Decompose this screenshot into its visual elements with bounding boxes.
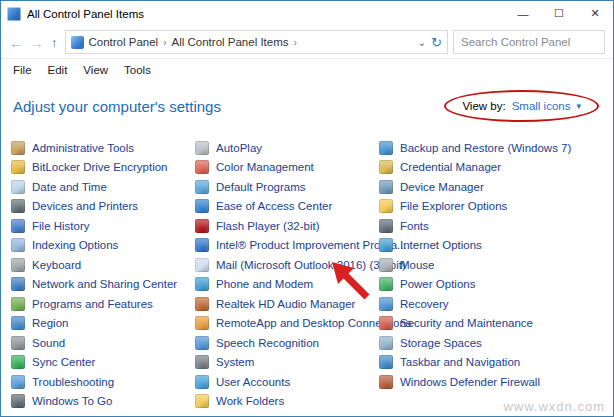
control-panel-item[interactable]: Network and Sharing Center: [11, 275, 177, 295]
item-label: Taskbar and Navigation: [400, 356, 520, 368]
item-label: Flash Player (32-bit): [216, 220, 320, 232]
control-panel-item[interactable]: Devices and Printers: [11, 197, 177, 217]
control-panel-item[interactable]: Work Folders: [195, 392, 412, 412]
item-label: Ease of Access Center: [216, 200, 332, 212]
control-panel-item[interactable]: Sync Center: [11, 353, 177, 373]
admin-tools-icon: [11, 141, 25, 155]
address-dropdown-icon[interactable]: ⌄: [418, 37, 426, 48]
keyboard-icon: [11, 258, 25, 272]
search-box[interactable]: [453, 30, 605, 54]
minimize-button[interactable]: —: [505, 1, 541, 26]
control-panel-item[interactable]: Windows Defender Firewall: [379, 372, 571, 392]
control-panel-item[interactable]: Region: [11, 314, 177, 334]
item-label: Storage Spaces: [400, 337, 482, 349]
item-label: Default Programs: [216, 181, 305, 193]
control-panel-item[interactable]: Keyboard: [11, 255, 177, 275]
control-panel-item[interactable]: Windows To Go: [11, 392, 177, 412]
window-title: All Control Panel Items: [27, 8, 144, 20]
menu-item-view[interactable]: View: [75, 62, 116, 78]
chevron-right-icon[interactable]: ›: [163, 37, 166, 48]
chevron-right-icon[interactable]: ›: [294, 37, 297, 48]
taskbar-navigation-icon: [379, 355, 393, 369]
control-panel-item[interactable]: Date and Time: [11, 177, 177, 197]
control-panel-item[interactable]: Mouse: [379, 255, 571, 275]
back-icon[interactable]: ←: [9, 35, 24, 50]
control-panel-item[interactable]: Programs and Features: [11, 294, 177, 314]
breadcrumb-all-control-panel-items[interactable]: All Control Panel Items: [172, 36, 289, 48]
item-label: Devices and Printers: [32, 200, 138, 212]
watermark: www.wxdn.com: [503, 399, 605, 414]
remoteapp-icon: [195, 316, 209, 330]
credential-manager-icon: [379, 160, 393, 174]
item-label: Windows To Go: [32, 395, 112, 407]
up-icon[interactable]: ↑: [51, 36, 58, 49]
speech-recognition-icon: [195, 336, 209, 350]
control-panel-item[interactable]: Taskbar and Navigation: [379, 353, 571, 373]
breadcrumb-control-panel[interactable]: Control Panel: [89, 36, 159, 48]
control-panel-item[interactable]: Administrative Tools: [11, 138, 177, 158]
control-panel-items-list: Administrative ToolsBitLocker Drive Encr…: [1, 125, 613, 417]
item-label: Credential Manager: [400, 161, 501, 173]
chevron-down-icon[interactable]: ▾: [576, 101, 581, 111]
maximize-button[interactable]: ☐: [541, 1, 577, 26]
control-panel-item[interactable]: Storage Spaces: [379, 333, 571, 353]
security-maintenance-icon: [379, 316, 393, 330]
control-panel-item[interactable]: Fonts: [379, 216, 571, 236]
close-button[interactable]: ✕: [577, 1, 613, 26]
view-by-control: View by: Small icons ▾: [446, 93, 597, 119]
indexing-options-icon: [11, 238, 25, 252]
control-panel-item[interactable]: Credential Manager: [379, 158, 571, 178]
control-panel-item[interactable]: File Explorer Options: [379, 197, 571, 217]
address-bar[interactable]: Control Panel › All Control Panel Items …: [65, 30, 449, 54]
item-label: Power Options: [400, 278, 475, 290]
recovery-icon: [379, 297, 393, 311]
item-label: Indexing Options: [32, 239, 118, 251]
item-label: Date and Time: [32, 181, 107, 193]
menu-item-edit[interactable]: Edit: [40, 62, 76, 78]
control-panel-item[interactable]: Internet Options: [379, 236, 571, 256]
page-header: Adjust your computer's settings View by:…: [1, 81, 613, 125]
item-label: Programs and Features: [32, 298, 153, 310]
control-panel-item[interactable]: Recovery: [379, 294, 571, 314]
system-icon: [195, 355, 209, 369]
item-label: BitLocker Drive Encryption: [32, 161, 168, 173]
file-history-icon: [11, 219, 25, 233]
view-by-label: View by:: [462, 100, 505, 112]
item-label: File Explorer Options: [400, 200, 507, 212]
control-panel-item[interactable]: File History: [11, 216, 177, 236]
control-panel-item[interactable]: Troubleshooting: [11, 372, 177, 392]
region-icon: [11, 316, 25, 330]
item-label: Network and Sharing Center: [32, 278, 177, 290]
sync-center-icon: [11, 355, 25, 369]
item-label: Sync Center: [32, 356, 95, 368]
menu-item-file[interactable]: File: [5, 62, 40, 78]
mouse-icon: [379, 258, 393, 272]
refresh-icon[interactable]: ↻: [431, 35, 442, 50]
control-panel-item[interactable]: Device Manager: [379, 177, 571, 197]
phone-modem-icon: [195, 277, 209, 291]
forward-icon[interactable]: →: [29, 35, 44, 50]
windows-to-go-icon: [11, 394, 25, 408]
items-column-1: Administrative ToolsBitLocker Drive Encr…: [11, 138, 177, 411]
item-label: Color Management: [216, 161, 314, 173]
items-column-3: Backup and Restore (Windows 7)Credential…: [379, 138, 571, 392]
item-label: Troubleshooting: [32, 376, 114, 388]
intel-icon: [195, 238, 209, 252]
item-label: Mouse: [400, 259, 435, 271]
control-panel-item[interactable]: Sound: [11, 333, 177, 353]
control-panel-item[interactable]: Indexing Options: [11, 236, 177, 256]
item-label: Keyboard: [32, 259, 81, 271]
autoplay-icon: [195, 141, 209, 155]
item-label: User Accounts: [216, 376, 290, 388]
search-input[interactable]: [461, 36, 597, 48]
item-label: Phone and Modem: [216, 278, 313, 290]
menu-item-tools[interactable]: Tools: [116, 62, 159, 78]
control-panel-item[interactable]: BitLocker Drive Encryption: [11, 158, 177, 178]
view-by-value[interactable]: Small icons: [512, 100, 571, 112]
control-panel-item[interactable]: Power Options: [379, 275, 571, 295]
storage-spaces-icon: [379, 336, 393, 350]
control-panel-item[interactable]: Security and Maintenance: [379, 314, 571, 334]
title-bar: All Control Panel Items — ☐ ✕: [1, 1, 613, 26]
item-label: Device Manager: [400, 181, 484, 193]
control-panel-item[interactable]: Backup and Restore (Windows 7): [379, 138, 571, 158]
